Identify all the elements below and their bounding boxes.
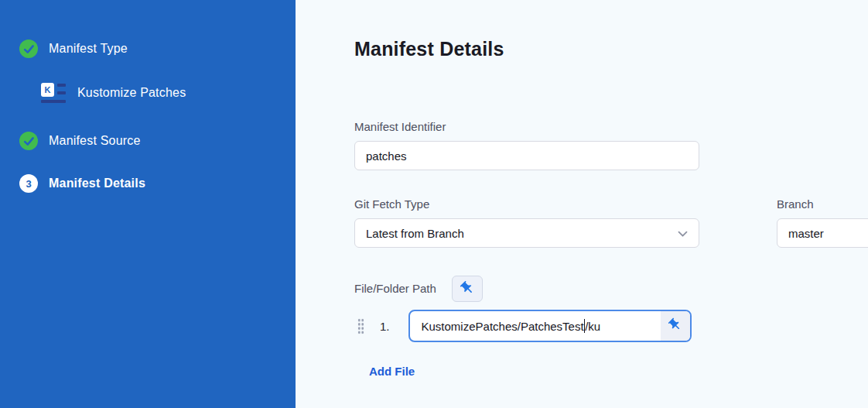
branch-label: Branch	[777, 197, 868, 211]
path-value-segment: KustomizePatches/PatchesTest	[422, 320, 584, 333]
git-fetch-type-select[interactable]: Latest from Branch	[354, 218, 699, 248]
file-path-row: 1. KustomizePatches/PatchesTest /ku	[354, 310, 868, 342]
step-label: Manifest Type	[49, 42, 128, 56]
manifest-identifier-label: Manifest Identifier	[354, 120, 868, 134]
step-label: Kustomize Patches	[77, 86, 186, 100]
step-label: Manifest Source	[49, 134, 141, 148]
git-fetch-type-value: Latest from Branch	[366, 227, 464, 240]
file-path-value: KustomizePatches/PatchesTest /ku	[410, 311, 661, 341]
add-file-button[interactable]: Add File	[369, 365, 415, 378]
git-fetch-row: Git Fetch Type Latest from Branch Branch	[354, 197, 868, 248]
manifest-identifier-input[interactable]	[354, 141, 699, 170]
kustomize-logo-icon: K	[41, 83, 67, 104]
kustomize-logo-underline	[41, 100, 66, 103]
kustomize-logo-dash	[57, 84, 66, 87]
file-path-row-index: 1.	[380, 320, 390, 333]
file-folder-path-group: File/Folder Path 1. KustomizePatches/Pat…	[354, 276, 868, 379]
check-icon	[19, 132, 38, 150]
pin-icon	[460, 280, 475, 298]
pin-button[interactable]	[661, 311, 690, 341]
manifest-details-panel: Manifest Details Manifest Identifier Git…	[296, 0, 868, 408]
git-fetch-type-group: Git Fetch Type Latest from Branch	[354, 197, 699, 248]
path-value-segment: /ku	[585, 320, 600, 333]
sidebar-item-manifest-type[interactable]: Manifest Type	[19, 39, 296, 59]
chevron-down-icon	[678, 227, 688, 240]
sidebar-item-kustomize-patches[interactable]: K Kustomize Patches	[41, 83, 296, 103]
pin-button[interactable]	[452, 276, 483, 302]
step-label: Manifest Details	[49, 177, 145, 190]
pin-icon	[668, 317, 682, 335]
page-title: Manifest Details	[354, 37, 868, 60]
branch-group: Branch	[777, 197, 868, 248]
git-fetch-type-label: Git Fetch Type	[354, 197, 699, 211]
check-icon	[19, 39, 38, 58]
file-path-input[interactable]: KustomizePatches/PatchesTest /ku	[408, 310, 692, 342]
kustomize-logo-letter: K	[41, 83, 54, 97]
branch-input[interactable]	[777, 218, 868, 248]
manifest-identifier-group: Manifest Identifier	[354, 120, 868, 170]
file-folder-path-label: File/Folder Path	[354, 282, 436, 296]
step-number-badge: 3	[19, 174, 38, 193]
sidebar-item-manifest-details[interactable]: 3 Manifest Details	[19, 173, 296, 194]
kustomize-logo-dash	[57, 91, 66, 94]
drag-handle-icon[interactable]	[357, 318, 364, 334]
sidebar-item-manifest-source[interactable]: Manifest Source	[19, 131, 296, 151]
wizard-steps-sidebar: Manifest Type K Kustomize Patches Manife…	[0, 0, 296, 408]
